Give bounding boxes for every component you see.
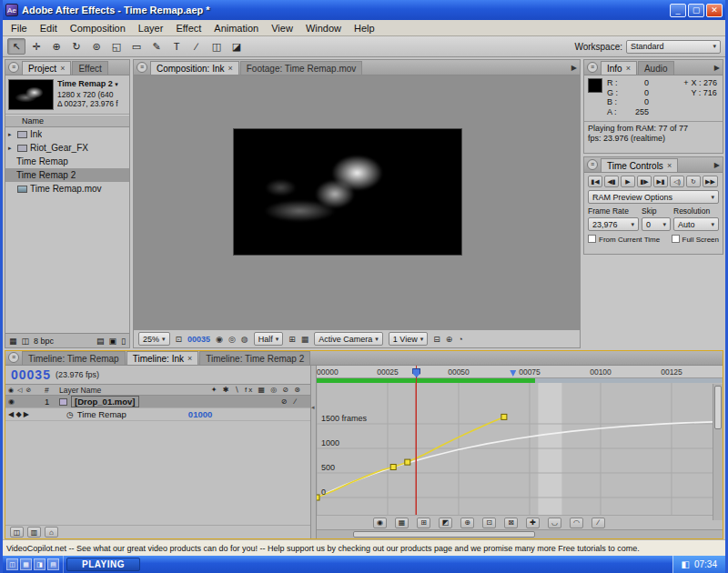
quick-launch-1[interactable]: ◫ <box>6 558 18 570</box>
panel-menu-icon[interactable]: ≡ <box>8 62 19 73</box>
layer-name[interactable]: [Drop_01.mov] <box>71 396 139 407</box>
clone-stamp-tool[interactable]: ◫ <box>207 38 226 55</box>
next-frame-button[interactable]: ▮▶ <box>637 176 652 187</box>
show-channel-icon[interactable]: ◍ <box>241 335 248 344</box>
ram-preview-button[interactable]: ▶▶ <box>703 176 718 187</box>
menu-view[interactable]: View <box>265 21 299 35</box>
menu-file[interactable]: File <box>5 21 34 35</box>
mask-shape-tool[interactable]: ▭ <box>127 38 146 55</box>
panel-menu-icon[interactable]: ≡ <box>587 159 598 170</box>
resolution-dropdown[interactable]: Half▾ <box>254 332 284 346</box>
graph-type-button[interactable]: ▦ <box>395 518 409 528</box>
close-tab-icon[interactable]: × <box>187 354 192 363</box>
graph-plot-area[interactable]: 1500 frames10005000 <box>317 383 723 515</box>
menu-effect[interactable]: Effect <box>169 21 207 35</box>
type-tool[interactable]: T <box>167 38 186 55</box>
tab-timeline-time-remap[interactable]: Timeline: Time Remap <box>22 351 126 365</box>
expander-icon[interactable]: ▸ <box>8 131 16 138</box>
full-screen-checkbox[interactable]: Full Screen <box>672 235 719 244</box>
hand-tool[interactable]: ✛ <box>27 38 46 55</box>
expand-inout-button[interactable]: ⌂ <box>45 527 58 538</box>
fit-selection-button[interactable]: ⊡ <box>482 518 496 528</box>
name-column-header[interactable]: Name <box>5 115 129 127</box>
auto-zoom-button[interactable]: ⊕ <box>460 518 474 528</box>
layer-name-column-header[interactable]: Layer Name <box>59 386 101 395</box>
stopwatch-icon[interactable]: ◷ <box>66 410 74 419</box>
tab-project[interactable]: Project × <box>22 61 71 75</box>
layer-row-drop-01[interactable]: ◉ 1 [Drop_01.mov] ⊘ ∕ <box>5 396 310 408</box>
eraser-tool[interactable]: ◪ <box>228 38 246 55</box>
property-row-time-remap[interactable]: ◀ ◆ ▶ ◷ Time Remap 01000 <box>5 408 310 421</box>
project-item-riot-gear-fx[interactable]: ▸Riot_Gear_FX <box>5 141 129 155</box>
orbit-camera-tool[interactable]: ⊚ <box>87 38 106 55</box>
current-time-display[interactable]: 00035 <box>11 367 51 382</box>
region-of-interest-icon[interactable]: ⊞ <box>288 335 296 344</box>
pen-tool[interactable]: ✎ <box>147 38 166 55</box>
safe-margins-icon[interactable]: ⊡ <box>176 335 183 344</box>
panel-menu-icon[interactable]: ≡ <box>136 62 147 73</box>
panel-menu-icon[interactable]: ≡ <box>587 62 598 73</box>
frame-rate-dropdown[interactable]: 23,976▾ <box>588 217 639 231</box>
tray-icon[interactable]: ◧ <box>682 559 690 569</box>
panel-flyout-icon[interactable]: ▶ <box>714 161 720 169</box>
selection-tool[interactable]: ↖ <box>7 38 25 55</box>
camera-dropdown[interactable]: Active Camera▾ <box>314 332 383 346</box>
pixel-aspect-icon[interactable]: ⊕ <box>446 335 453 344</box>
menu-animation[interactable]: Animation <box>207 21 265 35</box>
minimize-button[interactable]: _ <box>670 4 686 17</box>
zoom-tool[interactable]: ⊕ <box>47 38 66 55</box>
composition-viewport[interactable] <box>134 75 580 329</box>
project-item-time-remap[interactable]: Time Remap <box>5 155 129 168</box>
selected-value-graph-curve[interactable] <box>317 417 504 498</box>
view-layout-dropdown[interactable]: 1 View▾ <box>389 332 428 346</box>
tab-timeline-ink[interactable]: Timeline: Ink × <box>126 351 199 365</box>
first-frame-button[interactable]: ▮◀ <box>588 176 602 187</box>
keyframe[interactable] <box>501 414 507 419</box>
tab-time-controls[interactable]: Time Controls × <box>601 158 678 172</box>
project-item-time-remap-mov[interactable]: Time Remap.mov <box>5 182 129 196</box>
expander-icon[interactable]: ▸ <box>8 145 16 152</box>
keyframe[interactable] <box>405 459 410 465</box>
resolution-preview-dropdown[interactable]: Auto▾ <box>673 217 719 231</box>
ram-preview-options-dropdown[interactable]: RAM Preview Options ▾ <box>588 190 719 204</box>
vertical-scrollbar[interactable] <box>713 384 723 520</box>
menu-help[interactable]: Help <box>348 21 381 35</box>
tab-effect-controls[interactable]: Effect <box>72 61 107 75</box>
timecode-icon[interactable]: ⊟ <box>433 335 440 344</box>
skip-dropdown[interactable]: 0▾ <box>642 217 671 231</box>
expand-transfer-controls-button[interactable]: ▥ <box>27 527 41 538</box>
property-value[interactable]: 01000 <box>188 409 212 419</box>
close-tab-icon[interactable]: × <box>60 64 65 73</box>
from-current-time-checkbox[interactable]: From Current Time <box>588 235 660 244</box>
tab-audio[interactable]: Audio <box>638 61 674 75</box>
scrollbar-thumb[interactable] <box>714 386 722 429</box>
chevron-down-icon[interactable]: ▾ <box>115 81 118 87</box>
panel-flyout-icon[interactable]: ▶ <box>571 64 577 72</box>
loop-button[interactable]: ↻ <box>686 176 701 187</box>
taskbar-button-playing[interactable]: PLAYING <box>66 558 140 571</box>
snap-button[interactable]: ◩ <box>439 518 452 528</box>
maximize-button[interactable]: ▢ <box>688 4 704 17</box>
snapshot-icon[interactable]: ◉ <box>216 335 223 344</box>
quick-launch-3[interactable]: ◨ <box>34 558 46 570</box>
transparency-grid-icon[interactable]: ▦ <box>301 335 309 344</box>
tab-info[interactable]: Info × <box>601 61 637 75</box>
horizontal-scrollbar[interactable] <box>317 529 723 538</box>
collapse-icon[interactable]: ◂ <box>311 404 315 411</box>
menu-window[interactable]: Window <box>299 21 348 35</box>
keyframe[interactable] <box>317 495 319 500</box>
property-name[interactable]: Time Remap <box>77 409 185 419</box>
brush-tool[interactable]: ∕ <box>187 38 206 55</box>
project-item-ink[interactable]: ▸Ink <box>5 127 129 141</box>
layer-switches[interactable]: ⊘ ∕ <box>281 397 308 406</box>
menu-edit[interactable]: Edit <box>34 21 64 35</box>
icon-view-icon[interactable]: ◫ <box>22 337 30 346</box>
exposure-icon[interactable]: ◔ <box>458 335 462 344</box>
close-tab-icon[interactable]: × <box>228 64 232 73</box>
close-tab-icon[interactable]: × <box>667 161 672 170</box>
easy-ease-button[interactable]: ◡ <box>548 518 561 528</box>
menu-layer[interactable]: Layer <box>132 21 170 35</box>
keyframe-navigator[interactable]: ◀ ◆ ▶ <box>8 410 41 418</box>
selected-item-name[interactable]: Time Remap 2 <box>57 79 113 88</box>
play-button[interactable]: ▶ <box>621 176 635 187</box>
